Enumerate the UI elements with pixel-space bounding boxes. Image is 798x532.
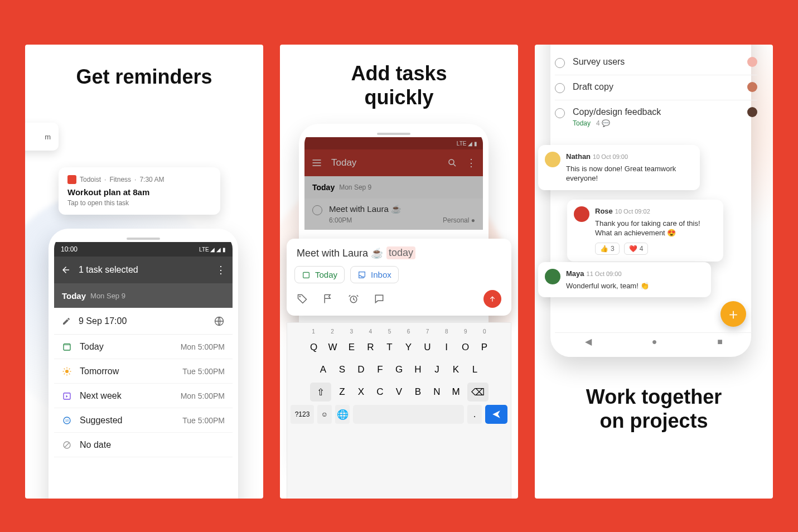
keyboard-row-bottom: ?123 ☺ 🌐 . <box>291 405 507 424</box>
task-input[interactable]: Meet with Laura ☕ today <box>294 246 504 259</box>
globe-icon[interactable] <box>214 316 225 327</box>
nlp-highlight-today: today <box>386 246 415 259</box>
key-s[interactable]: S <box>335 360 350 379</box>
list-item[interactable]: Survey users <box>555 50 757 75</box>
svg-rect-2 <box>64 344 70 345</box>
work-together-panel: Survey users Draft copy Copy/design feed… <box>535 45 773 499</box>
task-checkbox[interactable] <box>555 58 565 68</box>
key-m[interactable]: M <box>448 383 464 402</box>
key-r[interactable]: R <box>363 338 379 357</box>
avatar <box>545 152 560 167</box>
svg-line-11 <box>69 368 70 369</box>
avatar <box>574 206 589 222</box>
statusbar: 10:00 LTE ◢ ◢ ▮ <box>54 242 233 257</box>
list-item[interactable]: Draft copy <box>555 75 757 100</box>
todoist-app-icon <box>67 175 76 184</box>
panel1-title: Get reminders <box>25 65 263 89</box>
key-x[interactable]: X <box>354 383 369 402</box>
shift-key[interactable]: ⇧ <box>310 383 331 402</box>
reaction-heart[interactable]: ❤️4 <box>624 243 649 255</box>
key-f[interactable]: F <box>373 360 388 379</box>
keyboard-send-key[interactable] <box>485 405 507 424</box>
option-today[interactable]: Today Mon 5:00PM <box>54 335 233 359</box>
space-key[interactable] <box>353 405 464 424</box>
svg-rect-19 <box>303 272 309 278</box>
overflow-menu-icon[interactable]: ⋮ <box>216 264 226 276</box>
comment-count: 4 💬 <box>596 119 610 127</box>
task-checkbox[interactable] <box>555 83 565 93</box>
assignee-avatar <box>747 57 757 67</box>
key-e[interactable]: E <box>344 338 360 357</box>
nav-recents-icon[interactable]: ■ <box>717 337 723 347</box>
comment-card[interactable]: Rose10 Oct 09:02 Thank you for taking ca… <box>567 200 723 262</box>
notif-app: Todoist <box>80 176 101 183</box>
backspace-key[interactable]: ⌫ <box>467 383 489 402</box>
keyboard-row-2: ASDFGHJKL <box>291 360 507 379</box>
nav-back-icon[interactable]: ◀ <box>585 336 592 347</box>
key-q[interactable]: Q <box>306 338 322 357</box>
option-suggested[interactable]: 10 Suggested Tue 5:00PM <box>54 408 233 433</box>
dim-overlay <box>304 137 483 230</box>
key-b[interactable]: B <box>410 383 426 402</box>
comment-icon[interactable] <box>374 293 385 304</box>
comment-card[interactable]: Nathan10 Oct 09:00 This is now done! Gre… <box>538 145 700 190</box>
key-g[interactable]: G <box>391 360 407 379</box>
reminder-alarm-icon[interactable] <box>348 293 359 304</box>
key-u[interactable]: U <box>420 338 436 357</box>
key-o[interactable]: O <box>458 338 473 357</box>
panel2-title: Add tasks quickly <box>280 61 518 109</box>
reaction-thumbsup[interactable]: 👍3 <box>595 243 620 255</box>
suggested-icon: 10 <box>62 415 72 425</box>
option-no-date[interactable]: No date <box>54 433 233 457</box>
selection-appbar: 1 task selected ⋮ <box>54 257 233 283</box>
get-reminders-panel: Get reminders m Todoist · Fitness · 7:30… <box>25 45 263 499</box>
today-icon <box>62 342 72 352</box>
key-j[interactable]: J <box>429 360 445 379</box>
back-icon[interactable] <box>61 265 71 275</box>
task-checkbox[interactable] <box>555 108 565 118</box>
language-key[interactable]: 🌐 <box>335 405 350 424</box>
svg-line-9 <box>69 373 70 374</box>
key-w[interactable]: W <box>325 338 341 357</box>
symbols-key[interactable]: ?123 <box>291 405 314 424</box>
submit-task-button[interactable] <box>483 290 501 308</box>
priority-flag-icon[interactable] <box>322 293 333 304</box>
reminder-notification[interactable]: Todoist · Fitness · 7:30 AM Workout plan… <box>59 167 220 215</box>
schedule-edit-row[interactable]: 9 Sep 17:00 <box>54 308 233 335</box>
task-list: Survey users Draft copy Copy/design feed… <box>555 50 757 134</box>
key-z[interactable]: Z <box>335 383 350 402</box>
key-a[interactable]: A <box>316 360 331 379</box>
emoji-key[interactable]: ☺ <box>317 405 332 424</box>
key-p[interactable]: P <box>477 338 492 357</box>
option-tomorrow[interactable]: Tomorrow Tue 5:00PM <box>54 359 233 384</box>
section-header: Today Mon Sep 9 <box>54 283 233 308</box>
key-l[interactable]: L <box>467 360 483 379</box>
clock: 10:00 <box>61 245 78 253</box>
key-i[interactable]: I <box>439 338 454 357</box>
option-next-week[interactable]: Next week Mon 5:00PM <box>54 384 233 408</box>
key-y[interactable]: Y <box>401 338 417 357</box>
section-day: Today <box>62 291 86 301</box>
key-k[interactable]: K <box>448 360 464 379</box>
nextweek-icon <box>62 391 72 401</box>
comment-text: This is now done! Great teamwork everyon… <box>566 164 693 183</box>
period-key[interactable]: . <box>467 405 482 424</box>
label-icon[interactable] <box>297 293 308 304</box>
key-h[interactable]: H <box>410 360 426 379</box>
key-d[interactable]: D <box>354 360 369 379</box>
edit-time: 9 Sep 17:00 <box>79 316 206 326</box>
key-v[interactable]: V <box>391 383 407 402</box>
soft-keyboard[interactable]: 1234567890 QWERTYUIOP ASDFGHJKL ⇧ ZXCVBN… <box>287 322 511 499</box>
key-t[interactable]: T <box>382 338 398 357</box>
list-item[interactable]: Copy/design feedback Today 4 💬 <box>555 100 757 134</box>
key-c[interactable]: C <box>373 383 388 402</box>
comment-card[interactable]: Maya11 Oct 09:00 Wonderful work, team! 👏 <box>538 262 711 297</box>
input-text: Meet with Laura ☕ <box>297 247 383 259</box>
notif-title: Workout plan at 8am <box>67 187 211 197</box>
nav-home-icon[interactable]: ● <box>652 337 657 347</box>
project-chip-inbox[interactable]: Inbox <box>350 266 399 283</box>
schedule-chip-today[interactable]: Today <box>294 266 345 283</box>
add-task-fab[interactable]: ＋ <box>720 301 746 327</box>
key-n[interactable]: N <box>429 383 445 402</box>
svg-text:10: 10 <box>65 419 69 422</box>
